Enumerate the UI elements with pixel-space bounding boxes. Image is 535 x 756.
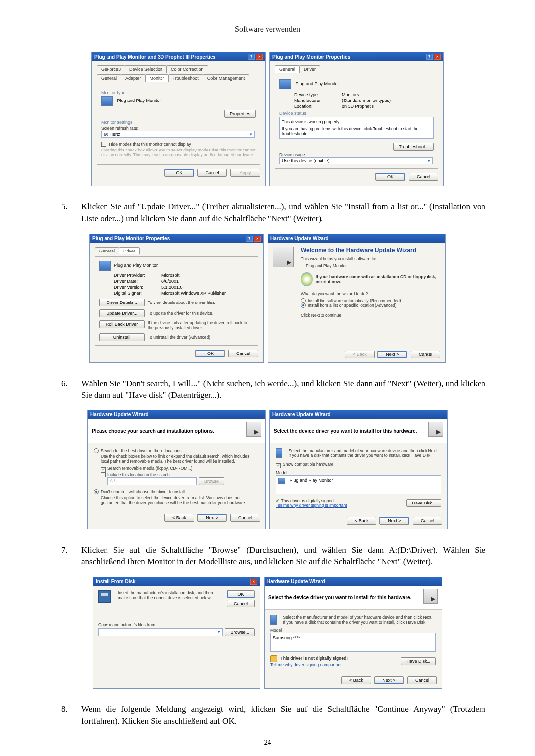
next-button[interactable]: Next > (374, 676, 404, 684)
back-button[interactable]: < Back (347, 517, 376, 525)
model-listbox[interactable]: Samsung **** (270, 633, 436, 652)
properties-button[interactable]: Properties (224, 110, 256, 118)
wizard-subtitle: Select the device driver you want to ins… (268, 595, 411, 600)
uninstall-button[interactable]: Uninstall (99, 333, 145, 341)
have-disk-button[interactable]: Have Disk... (406, 499, 441, 507)
device-usage-label: Device usage: (279, 152, 434, 157)
back-button[interactable]: < Back (164, 514, 194, 522)
close-icon[interactable]: × (256, 54, 263, 60)
version-value: 5.1.2001.0 (161, 285, 183, 290)
help-icon[interactable]: ? (426, 54, 433, 60)
page-header: Software verwenden (50, 25, 485, 34)
instruction-step-7: 7. Klicken Sie auf die Schaltfläche "Bro… (50, 544, 485, 568)
chk-removable-label: Search removable media (floppy, CD-ROM..… (107, 466, 192, 471)
cancel-button[interactable]: Cancel (230, 514, 260, 522)
refresh-rate-dropdown[interactable]: 60 Hertz (101, 131, 255, 138)
ok-button[interactable]: OK (164, 169, 194, 177)
radio-list[interactable] (301, 303, 306, 308)
next-button[interactable]: Next > (377, 351, 407, 358)
manu-key: Manufacturer: (294, 98, 342, 103)
window-title: Hardware Update Wizard (267, 579, 325, 584)
model-item[interactable]: Plug and Play Monitor (290, 478, 333, 483)
cancel-button[interactable]: Cancel (197, 169, 227, 177)
devtype-value: Monitors (342, 92, 359, 97)
back-button[interactable]: < Back (341, 676, 371, 684)
tab-color-correction[interactable]: Color Correction (166, 65, 208, 73)
tab-color-mgmt[interactable]: Color Management (203, 74, 250, 82)
radio-dont-search-label: Don't search. I will choose the driver t… (101, 489, 186, 494)
chk-show-compatible[interactable] (276, 463, 281, 468)
wizard-icon (246, 422, 261, 437)
back-button[interactable]: < Back (345, 351, 374, 358)
sign-link[interactable]: Tell me why driver signing is important (276, 503, 347, 508)
tab-adapter[interactable]: Adapter (121, 74, 146, 82)
display-properties-window: Plug and Play Monitor and 3D Prophet III… (91, 52, 266, 186)
apply-button[interactable]: Apply (230, 169, 260, 177)
wizard-subtitle: Please choose your search and installati… (92, 428, 214, 434)
device-usage-dropdown[interactable]: Use this device (enable) (279, 157, 433, 164)
troubleshoot-button[interactable]: Troubleshoot... (393, 143, 434, 151)
step-number: 8. (50, 704, 81, 727)
help-icon[interactable]: ? (246, 236, 253, 242)
chk-removable (101, 467, 106, 472)
update-driver-button[interactable]: Update Driver... (99, 309, 145, 317)
close-icon[interactable]: × (434, 54, 441, 60)
radio-auto[interactable] (301, 298, 306, 303)
location-value: on 3D Prophet III (342, 104, 375, 109)
ok-button[interactable]: OK (227, 590, 255, 598)
tab-troubleshoot[interactable]: Troubleshoot (168, 74, 203, 82)
screenshot-pair-2: Plug and Play Monitor Properties ?× Gene… (50, 234, 485, 363)
driver-details-button[interactable]: Driver Details... (99, 299, 145, 306)
radio-list-label: Install from a list or specific location… (308, 303, 397, 308)
step-number: 6. (50, 378, 81, 402)
monitor-name: Plug and Play Monitor (117, 98, 161, 103)
path-dropdown[interactable] (98, 628, 223, 636)
refresh-rate-label: Screen refresh rate: (101, 126, 256, 131)
tab-general[interactable]: General (97, 74, 121, 82)
have-disk-button[interactable]: Have Disk... (401, 657, 436, 665)
tab-geforce3[interactable]: GeForce3 (97, 65, 125, 73)
cancel-button[interactable]: Cancel (409, 173, 438, 181)
chk-show-compatible-label: Show compatible hardware (283, 462, 334, 467)
footer-rule (50, 736, 485, 736)
sign-link[interactable]: Tell me why driver signing is important (270, 662, 342, 667)
radio-search[interactable] (94, 448, 99, 453)
cancel-button[interactable]: Cancel (227, 600, 255, 607)
model-item[interactable]: Samsung **** (273, 635, 300, 640)
next-button[interactable]: Next > (197, 514, 227, 522)
radio-auto-label: Install the software automatically (Reco… (308, 298, 401, 303)
next-button[interactable]: Next > (379, 517, 409, 525)
cancel-button[interactable]: Cancel (411, 351, 440, 358)
status-help: If you are having problems with this dev… (282, 126, 431, 136)
tab-general[interactable]: General (95, 247, 119, 254)
tab-device-selection[interactable]: Device Selection (125, 65, 167, 73)
browse-button[interactable]: Browse... (225, 628, 255, 636)
window-title: Plug and Play Monitor and 3D Prophet III… (94, 54, 215, 60)
cancel-button[interactable]: Cancel (407, 676, 437, 684)
wizard-question: What do you want the wizard to do? (301, 291, 440, 296)
tab-general[interactable]: General (275, 65, 300, 73)
sign-message: This driver is not digitally signed! (281, 656, 348, 661)
wizard-select-driver: Hardware Update Wizard Select the device… (269, 410, 448, 529)
close-icon[interactable]: × (254, 236, 261, 242)
ifd-message: Insert the manufacturer's installation d… (118, 590, 224, 607)
ok-button[interactable]: OK (375, 173, 405, 181)
tab-monitor[interactable]: Monitor (145, 74, 169, 82)
cancel-button[interactable]: Cancel (228, 350, 258, 357)
check-icon: ✔ (276, 498, 280, 503)
browse-button: Browse (199, 477, 224, 485)
tab-driver[interactable]: Driver (119, 247, 140, 254)
step-text: Klicken Sie auf die Schaltfläche "Browse… (81, 544, 485, 568)
signer-value: Microsoft Windows XP Publisher (161, 291, 226, 296)
radio-dont-search[interactable] (94, 489, 99, 494)
rollback-button[interactable]: Roll Back Driver (99, 320, 145, 328)
model-listbox[interactable]: Plug and Play Monitor (276, 475, 441, 494)
manu-value: (Standard monitor types) (342, 98, 391, 103)
hide-modes-checkbox[interactable] (101, 142, 106, 147)
ok-button[interactable]: OK (195, 350, 225, 357)
select-driver-desc: Select the manufacturer and model of you… (283, 615, 436, 625)
help-icon[interactable]: ? (248, 54, 255, 60)
cancel-button[interactable]: Cancel (413, 517, 442, 525)
tab-driver[interactable]: Driver (299, 65, 320, 73)
close-icon[interactable]: × (250, 579, 257, 585)
